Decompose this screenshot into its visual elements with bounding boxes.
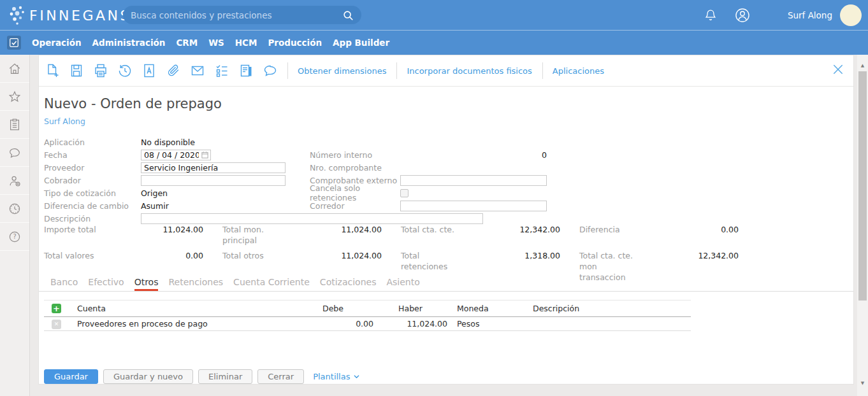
top-header: FINNEGANS Surf Along — [0, 0, 868, 30]
menu-toggle-icon[interactable] — [7, 36, 21, 50]
nav-item-app-builder[interactable]: App Builder — [333, 38, 389, 48]
column-header-moneda: Moneda — [447, 304, 521, 313]
column-header-cuenta: Cuenta — [69, 304, 293, 313]
vertical-scrollbar[interactable]: ▲ ▼ — [857, 55, 868, 396]
detail-tabs: Banco Efectivo Otros Retenciones Cuenta … — [39, 274, 853, 292]
nav-item-ws[interactable]: WS — [208, 38, 224, 48]
company-link[interactable]: Surf Along — [44, 117, 85, 126]
plantillas-dropdown[interactable]: Plantillas — [313, 372, 360, 381]
comment-button[interactable] — [263, 63, 278, 78]
total-cta-cte: Total cta. cte. 12,342.00 — [401, 225, 560, 246]
corredor-input[interactable] — [400, 201, 547, 211]
report-icon — [238, 63, 254, 78]
nav-item-hcm[interactable]: HCM — [235, 38, 257, 48]
fecha-input[interactable] — [141, 150, 211, 160]
field-label: Aplicación — [44, 138, 141, 147]
column-header-debe: Debe — [293, 304, 373, 313]
save-icon — [69, 63, 84, 78]
link-incorporar-documentos[interactable]: Incorporar documentos fisicos — [397, 66, 541, 76]
field-aplicacion: Aplicación No disponible — [44, 136, 483, 148]
field-label: Cancela solo retenciones — [310, 183, 400, 202]
print-button[interactable] — [93, 63, 108, 78]
format-text-icon — [141, 63, 157, 78]
avatar[interactable] — [840, 4, 862, 26]
save-button[interactable] — [69, 63, 84, 78]
history-button[interactable] — [117, 63, 133, 78]
nav-item-administracion[interactable]: Administración — [92, 38, 166, 48]
header-actions: Surf Along — [704, 0, 862, 30]
field-value: 0 — [400, 150, 547, 160]
plantillas-label: Plantillas — [313, 372, 350, 381]
add-row-icon[interactable]: + — [52, 304, 61, 313]
scroll-up-arrow[interactable]: ▲ — [857, 61, 868, 70]
total-label: Importe total — [44, 225, 110, 246]
tab-cotizaciones[interactable]: Cotizaciones — [320, 274, 377, 291]
total-value: 11,024.00 — [163, 225, 203, 246]
format-text-button[interactable] — [141, 63, 157, 78]
scroll-down-arrow[interactable]: ▼ — [857, 379, 868, 388]
new-document-button[interactable] — [45, 63, 60, 78]
total-label: Diferencia — [579, 225, 646, 246]
cell-cuenta: Proveedores en proceso de pago — [69, 319, 293, 329]
account-icon[interactable] — [734, 7, 751, 24]
search-input[interactable] — [131, 10, 342, 20]
sidebar-item-help[interactable]: ? — [0, 223, 29, 251]
link-obtener-dimensiones[interactable]: Obtener dimensiones — [288, 66, 396, 76]
comment-bubble-icon — [263, 63, 278, 78]
nav-item-produccion[interactable]: Producción — [268, 38, 322, 48]
total-label: Total mon. principal — [222, 225, 289, 246]
checklist-button[interactable] — [214, 63, 229, 78]
table-row: ✕ Proveedores en proceso de pago 0.00 11… — [44, 317, 691, 331]
chat-bubble-icon — [8, 146, 22, 160]
close-icon[interactable] — [832, 63, 844, 76]
main-nav: Operación Administración CRM WS HCM Prod… — [0, 30, 868, 55]
tab-efectivo[interactable]: Efectivo — [88, 274, 124, 291]
print-icon — [93, 63, 108, 78]
cobrador-input[interactable] — [141, 175, 286, 186]
finnegans-app: FINNEGANS Surf Along — [0, 0, 868, 396]
person-add-icon — [8, 174, 22, 188]
field-nro-comprobante: Nro. comprobante — [310, 161, 547, 174]
delete-row-icon[interactable]: ✕ — [52, 320, 61, 329]
notifications-bell-icon[interactable] — [704, 8, 718, 22]
nav-item-crm[interactable]: CRM — [176, 38, 198, 48]
brand-name: FINNEGANS — [29, 8, 131, 24]
sidebar-item-favorites[interactable] — [0, 83, 29, 111]
tab-banco[interactable]: Banco — [50, 274, 78, 291]
email-button[interactable] — [190, 63, 205, 78]
tab-otros[interactable]: Otros — [134, 274, 159, 291]
cancela-retenciones-checkbox[interactable] — [400, 189, 409, 197]
field-label: Tipo de cotización — [44, 188, 141, 198]
global-search — [123, 6, 361, 24]
otros-table: + Cuenta Debe Haber Moneda Descripción ✕… — [44, 300, 691, 331]
link-aplicaciones[interactable]: Aplicaciones — [543, 66, 614, 76]
total-value: 11,024.00 — [341, 225, 382, 246]
field-label: Número interno — [310, 150, 400, 160]
descripcion-input[interactable] — [141, 213, 483, 224]
eliminar-button[interactable]: Eliminar — [198, 369, 252, 384]
sidebar-item-tasks[interactable] — [0, 111, 29, 139]
field-label: Cobrador — [44, 176, 141, 185]
user-name[interactable]: Surf Along — [788, 10, 832, 20]
scrollbar-thumb[interactable] — [858, 71, 867, 301]
guardar-button[interactable]: Guardar — [44, 369, 98, 384]
sidebar-item-home[interactable] — [0, 55, 29, 83]
tab-retenciones[interactable]: Retenciones — [168, 274, 223, 291]
tab-cuenta-corriente[interactable]: Cuenta Corriente — [233, 274, 310, 291]
checklist-icon — [214, 63, 229, 78]
sidebar-item-recent[interactable] — [0, 195, 29, 223]
cerrar-button[interactable]: Cerrar — [257, 369, 304, 384]
guardar-y-nuevo-button[interactable]: Guardar y nuevo — [103, 369, 193, 384]
brand-logo[interactable]: FINNEGANS — [8, 3, 131, 27]
attachment-button[interactable] — [166, 63, 181, 78]
nav-item-operacion[interactable]: Operación — [32, 38, 82, 48]
comprobante-externo-input[interactable] — [400, 175, 547, 186]
sidebar-item-messages[interactable] — [0, 139, 29, 167]
proveedor-input[interactable] — [141, 162, 286, 173]
search-icon[interactable] — [342, 10, 354, 21]
report-button[interactable] — [238, 63, 254, 78]
sidebar-item-contacts[interactable] — [0, 167, 29, 195]
field-label: Proveedor — [44, 163, 141, 173]
field-corredor: Corredor — [310, 199, 547, 212]
tab-asiento[interactable]: Asiento — [386, 274, 419, 291]
